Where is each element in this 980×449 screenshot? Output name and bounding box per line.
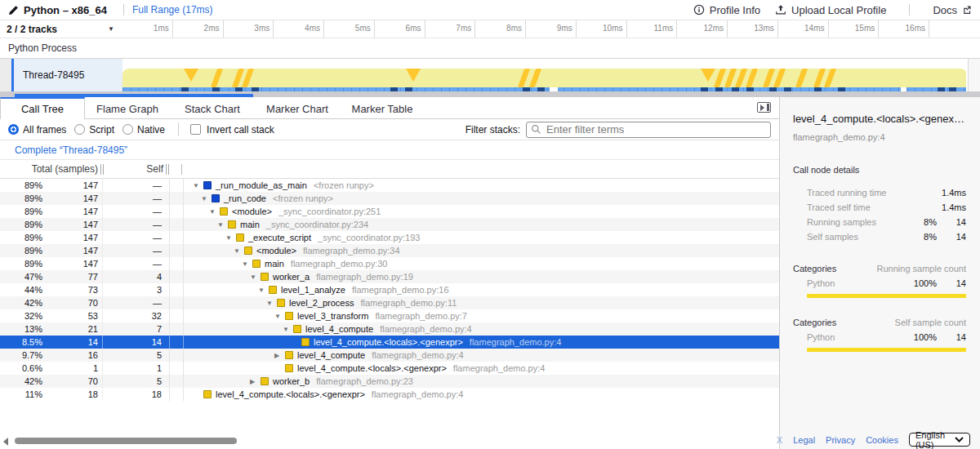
time-tick-label: 15ms xyxy=(829,20,880,38)
thread-activity-track[interactable] xyxy=(122,59,968,91)
thread-track[interactable]: Thread-78495 xyxy=(0,59,980,91)
radio-dot[interactable] xyxy=(74,124,85,135)
radio-native[interactable]: Native xyxy=(122,124,165,136)
filter-stacks-input[interactable] xyxy=(526,122,771,138)
tab-call-tree[interactable]: Call Tree xyxy=(0,97,85,119)
tab-marker-table[interactable]: Marker Table xyxy=(340,97,425,118)
radio-script[interactable]: Script xyxy=(74,124,114,136)
cell-function[interactable]: ▼<module>_sync_coordinator.py:251 xyxy=(184,205,779,218)
category-color-icon xyxy=(293,325,301,333)
call-tree-row[interactable]: 89%147—▼_execute_script_sync_coordinator… xyxy=(0,231,779,244)
call-tree-row[interactable]: 44%733▼level_1_analyzeflamegraph_demo.py… xyxy=(0,283,779,296)
call-tree-row[interactable]: 89%147—▼_run_module_as_main<frozen runpy… xyxy=(0,179,779,192)
process-track-header[interactable]: Python Process xyxy=(0,38,980,59)
cell-function[interactable]: ▶worker_bflamegraph_demo.py:23 xyxy=(184,375,779,388)
call-tree-row[interactable]: 42%705▶worker_bflamegraph_demo.py:23 xyxy=(0,375,779,388)
track-scrollbar[interactable] xyxy=(968,59,980,91)
profile-info-button[interactable]: Profile Info xyxy=(693,4,760,16)
cell-self: — xyxy=(102,296,169,309)
cell-function[interactable]: ▶level_4_computeflamegraph_demo.py:4 xyxy=(184,349,779,362)
expand-arrow-icon[interactable]: ▼ xyxy=(192,182,203,189)
cell-function[interactable]: ▼level_1_analyzeflamegraph_demo.py:16 xyxy=(184,283,779,296)
call-tree-row[interactable]: 8.5%1414level_4_compute.<locals>.<genexp… xyxy=(0,336,779,349)
upload-profile-button[interactable]: Upload Local Profile xyxy=(775,4,886,16)
cell-function[interactable]: ▼worker_aflamegraph_demo.py:19 xyxy=(184,270,779,283)
cell-function[interactable]: ▼_run_module_as_main<frozen runpy> xyxy=(184,179,779,192)
cell-function[interactable]: level_4_compute.<locals>.<genexpr>flameg… xyxy=(184,336,779,349)
call-tree-row[interactable]: 47%774▼worker_aflamegraph_demo.py:19 xyxy=(0,270,779,283)
radio-all-frames[interactable]: All frames xyxy=(8,124,66,136)
cell-self: 14 xyxy=(102,336,169,349)
tab-flame-graph[interactable]: Flame Graph xyxy=(85,97,170,118)
cell-self: 7 xyxy=(102,322,169,336)
column-total-samples[interactable]: Total (samples) xyxy=(0,163,98,175)
call-tree-row[interactable]: 89%147—▼<module>flamegraph_demo.py:34 xyxy=(0,244,779,257)
expand-arrow-icon[interactable]: ▼ xyxy=(225,234,236,242)
footer-link-privacy[interactable]: Privacy xyxy=(826,435,855,445)
expand-arrow-icon[interactable]: ▼ xyxy=(241,260,252,268)
cell-total-samples: 147 xyxy=(42,193,98,203)
tracks-dropdown-icon[interactable]: ▼ xyxy=(108,25,114,33)
expand-arrow-icon[interactable]: ▼ xyxy=(233,247,244,255)
sidebar-toggle-icon[interactable] xyxy=(757,102,771,113)
expand-arrow-icon[interactable]: ▼ xyxy=(257,287,269,294)
call-tree-row[interactable]: 0.6%11level_4_compute.<locals>.<genexpr>… xyxy=(0,362,779,375)
column-self[interactable]: Self xyxy=(106,163,163,175)
breadcrumb-root-link[interactable]: Complete “Thread-78495” xyxy=(15,144,127,156)
thread-label[interactable]: Thread-78495 xyxy=(14,59,122,91)
cell-function[interactable]: level_4_compute.<locals>.<genexpr>flameg… xyxy=(184,362,779,375)
expand-arrow-icon[interactable]: ▶ xyxy=(249,378,261,385)
call-tree-row[interactable]: 89%147—▼<module>_sync_coordinator.py:251 xyxy=(0,205,779,218)
expand-arrow-icon[interactable]: ▼ xyxy=(274,313,285,320)
cell-function[interactable]: ▼level_4_computeflamegraph_demo.py:4 xyxy=(184,322,779,336)
footer-link-legal[interactable]: Legal xyxy=(793,435,815,445)
cell-self: — xyxy=(102,218,169,231)
cell-total-percent: 89% xyxy=(0,246,42,256)
call-tree-row[interactable]: 11%1818level_4_compute.<locals>.<genexpr… xyxy=(0,388,779,401)
cell-function[interactable]: ▼level_2_processflamegraph_demo.py:11 xyxy=(184,296,779,309)
column-resize-handle[interactable] xyxy=(166,164,169,175)
call-tree-row[interactable]: 42%70—▼level_2_processflamegraph_demo.py… xyxy=(0,296,779,309)
cell-total-percent: 47% xyxy=(0,272,42,282)
tab-stack-chart[interactable]: Stack Chart xyxy=(170,97,255,118)
language-select[interactable]: English (US) xyxy=(909,433,970,447)
call-tree-row[interactable]: 89%147—▼mainflamegraph_demo.py:30 xyxy=(0,257,779,270)
cell-function[interactable]: ▼main_sync_coordinator.py:234 xyxy=(184,218,779,231)
full-range-link[interactable]: Full Range (17ms) xyxy=(132,4,213,16)
time-tick-label: 8ms xyxy=(475,20,526,38)
tab-marker-chart[interactable]: Marker Chart xyxy=(255,97,340,118)
cell-spacer xyxy=(169,362,184,375)
column-resize-handle[interactable] xyxy=(100,164,104,175)
footer-link-cookies[interactable]: Cookies xyxy=(866,435,898,445)
call-tree-row[interactable]: 89%147—▼_run_code<frozen runpy> xyxy=(0,192,779,205)
cell-function[interactable]: level_4_compute.<locals>.<genexpr>flameg… xyxy=(184,388,779,401)
expand-arrow-icon[interactable]: ▶ xyxy=(274,352,285,359)
expand-arrow-icon[interactable]: ▼ xyxy=(216,221,228,229)
call-tree-row[interactable]: 89%147—▼main_sync_coordinator.py:234 xyxy=(0,218,779,231)
cell-function[interactable]: ▼_run_code<frozen runpy> xyxy=(184,192,779,205)
radio-dot[interactable] xyxy=(8,124,19,135)
activity-graph[interactable] xyxy=(122,69,966,87)
expand-arrow-icon[interactable]: ▼ xyxy=(208,208,220,216)
cell-function[interactable]: ▼_execute_script_sync_coordinator.py:193 xyxy=(184,231,779,244)
cell-function[interactable]: ▼level_3_transformflamegraph_demo.py:7 xyxy=(184,309,779,322)
tracks-count[interactable]: 2 / 2 tracks ▼ xyxy=(0,20,122,38)
expand-arrow-icon[interactable]: ▼ xyxy=(249,273,261,281)
radio-dot[interactable] xyxy=(122,124,133,135)
expand-arrow-icon[interactable]: ▼ xyxy=(200,195,212,202)
expand-arrow-icon[interactable]: ▼ xyxy=(265,300,277,307)
search-icon xyxy=(531,124,541,137)
cell-function[interactable]: ▼<module>flamegraph_demo.py:34 xyxy=(184,244,779,257)
invert-call-stack-checkbox[interactable] xyxy=(190,124,201,135)
scroll-left-arrow-icon[interactable] xyxy=(3,438,8,446)
cell-function[interactable]: ▼mainflamegraph_demo.py:30 xyxy=(184,257,779,270)
expand-arrow-icon[interactable]: ▼ xyxy=(282,326,293,333)
h-scrollbar-thumb[interactable] xyxy=(15,438,237,444)
edit-pencil-icon[interactable] xyxy=(8,5,19,16)
call-tree-row[interactable]: 32%5332▼level_3_transformflamegraph_demo… xyxy=(0,309,779,322)
call-tree-row[interactable]: 9.7%165▶level_4_computeflamegraph_demo.p… xyxy=(0,349,779,362)
call-tree-row[interactable]: 13%217▼level_4_computeflamegraph_demo.py… xyxy=(0,322,779,336)
footer-dismiss-link[interactable]: X xyxy=(777,435,782,445)
function-name: level_1_analyze xyxy=(281,285,345,295)
docs-link[interactable]: Docs xyxy=(933,4,972,16)
